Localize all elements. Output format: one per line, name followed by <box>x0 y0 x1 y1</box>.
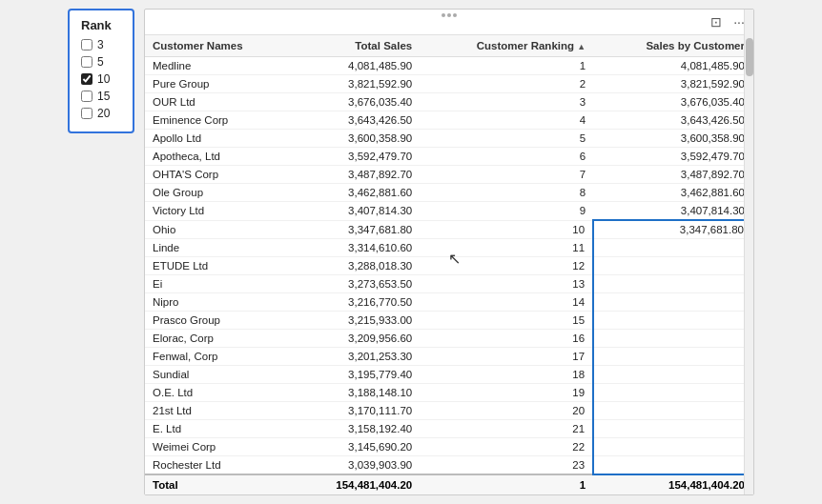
rank-label-20: 20 <box>97 107 110 120</box>
table-row: Nipro3,216,770.5014 <box>145 293 752 312</box>
footer-ranking: 1 <box>420 474 593 494</box>
scroll-thumb[interactable] <box>746 38 753 76</box>
main-container: Rank 35101520 ⊡ ··· Customer Names Total… <box>68 9 754 495</box>
cell-sales-by-customer <box>593 366 752 384</box>
footer-total-sales: 154,481,404.20 <box>292 474 420 494</box>
cell-total-sales: 3,170,111.70 <box>292 402 420 420</box>
cell-total-sales: 3,288,018.30 <box>292 257 420 275</box>
table-row: OUR Ltd3,676,035.4033,676,035.40 <box>145 93 752 111</box>
cell-ranking: 7 <box>420 166 593 184</box>
cell-customer-name: Prasco Group <box>145 312 292 330</box>
rank-filter-panel: Rank 35101520 <box>68 9 134 133</box>
table-row: O.E. Ltd3,188,148.1019 <box>145 384 752 402</box>
cell-total-sales: 3,215,933.00 <box>292 312 420 330</box>
cell-sales-by-customer <box>593 239 752 257</box>
table-row: Fenwal, Corp3,201,253.3017 <box>145 348 752 366</box>
col-header-sales-by-customer: Sales by Customer <box>593 35 752 57</box>
rank-checkbox-15[interactable] <box>81 91 92 102</box>
table-row: Weimei Corp3,145,690.2022 <box>145 438 752 456</box>
cell-total-sales: 3,188,148.10 <box>292 384 420 402</box>
expand-icon[interactable]: ⊡ <box>708 13 725 30</box>
cell-ranking: 8 <box>420 184 593 202</box>
cell-customer-name: Medline <box>145 57 292 75</box>
cell-customer-name: Elorac, Corp <box>145 330 292 348</box>
table-row: Elorac, Corp3,209,956.6016 <box>145 330 752 348</box>
cell-sales-by-customer <box>593 330 752 348</box>
cell-customer-name: Eminence Corp <box>145 111 292 130</box>
rank-panel-title: Rank <box>81 18 121 32</box>
cell-sales-by-customer <box>593 348 752 366</box>
cell-total-sales: 3,821,592.90 <box>292 75 420 93</box>
cell-sales-by-customer: 3,643,426.50 <box>593 111 752 130</box>
rank-checkbox-5[interactable] <box>81 56 92 68</box>
cell-sales-by-customer <box>593 384 752 402</box>
rank-item-15: 15 <box>81 90 121 103</box>
cell-sales-by-customer: 3,347,681.80 <box>593 220 752 239</box>
scrollbar[interactable] <box>744 10 753 494</box>
table-row: OHTA'S Corp3,487,892.7073,487,892.70 <box>145 166 752 184</box>
cell-ranking: 3 <box>420 93 593 111</box>
cell-ranking: 18 <box>420 366 593 384</box>
data-table: Customer Names Total Sales Customer Rank… <box>145 35 753 494</box>
cell-ranking: 20 <box>420 402 593 420</box>
table-row: Pure Group3,821,592.9023,821,592.90 <box>145 75 752 93</box>
cell-ranking: 16 <box>420 330 593 348</box>
cell-customer-name: Linde <box>145 239 292 257</box>
cell-total-sales: 3,592,479.70 <box>292 148 420 166</box>
table-row: E. Ltd3,158,192.4021 <box>145 420 752 438</box>
cell-total-sales: 3,216,770.50 <box>292 293 420 312</box>
cell-sales-by-customer: 3,462,881.60 <box>593 184 752 202</box>
cell-total-sales: 3,600,358.90 <box>292 130 420 148</box>
cell-customer-name: Rochester Ltd <box>145 456 292 475</box>
cell-total-sales: 3,273,653.50 <box>292 275 420 293</box>
rank-checkbox-10[interactable] <box>81 73 92 85</box>
cell-ranking: 5 <box>420 130 593 148</box>
cell-total-sales: 3,039,903.90 <box>292 456 420 475</box>
cell-ranking: 11 <box>420 239 593 257</box>
cell-ranking: 22 <box>420 438 593 456</box>
cell-customer-name: Pure Group <box>145 75 292 93</box>
cell-ranking: 6 <box>420 148 593 166</box>
cell-total-sales: 3,145,690.20 <box>292 438 420 456</box>
cell-sales-by-customer: 4,081,485.90 <box>593 57 752 75</box>
cell-customer-name: O.E. Ltd <box>145 384 292 402</box>
cell-total-sales: 3,347,681.80 <box>292 220 420 239</box>
footer-sales: 154,481,404.20 <box>593 474 752 494</box>
table-header-row: Customer Names Total Sales Customer Rank… <box>145 35 752 57</box>
rank-items-container: 35101520 <box>81 38 121 120</box>
cell-sales-by-customer <box>593 456 752 475</box>
footer-label: Total <box>145 474 292 494</box>
cell-customer-name: Ole Group <box>145 184 292 202</box>
cell-total-sales: 3,195,779.40 <box>292 366 420 384</box>
table-row: Linde3,314,610.6011 <box>145 239 752 257</box>
cell-sales-by-customer: 3,676,035.40 <box>593 93 752 111</box>
cell-total-sales: 3,407,814.30 <box>292 202 420 221</box>
rank-item-3: 3 <box>81 38 121 51</box>
rank-label-10: 10 <box>97 72 110 86</box>
cell-total-sales: 3,201,253.30 <box>292 348 420 366</box>
cell-ranking: 23 <box>420 456 593 475</box>
cell-total-sales: 3,314,610.60 <box>292 239 420 257</box>
cell-total-sales: 3,487,892.70 <box>292 166 420 184</box>
cell-sales-by-customer: 3,487,892.70 <box>593 166 752 184</box>
cell-sales-by-customer: 3,821,592.90 <box>593 75 752 93</box>
cell-customer-name: OUR Ltd <box>145 93 292 111</box>
cell-total-sales: 3,209,956.60 <box>292 330 420 348</box>
table-row: ETUDE Ltd3,288,018.3012 <box>145 257 752 275</box>
rank-item-10: 10 <box>81 72 121 86</box>
cell-total-sales: 3,462,881.60 <box>292 184 420 202</box>
rank-checkbox-3[interactable] <box>81 39 92 50</box>
rank-checkbox-20[interactable] <box>81 108 92 119</box>
cell-total-sales: 4,081,485.90 <box>292 57 420 75</box>
cell-ranking: 9 <box>420 202 593 221</box>
table-row: Medline4,081,485.9014,081,485.90 <box>145 57 752 75</box>
cell-total-sales: 3,643,426.50 <box>292 111 420 130</box>
cell-total-sales: 3,158,192.40 <box>292 420 420 438</box>
cell-customer-name: ETUDE Ltd <box>145 257 292 275</box>
panel-header: ⊡ ··· <box>145 10 753 35</box>
table-row: Victory Ltd3,407,814.3093,407,814.30 <box>145 202 752 221</box>
cell-customer-name: Weimei Corp <box>145 438 292 456</box>
table-footer-row: Total 154,481,404.20 1 154,481,404.20 <box>145 474 752 494</box>
rank-label-5: 5 <box>97 55 104 69</box>
cell-sales-by-customer <box>593 293 752 312</box>
